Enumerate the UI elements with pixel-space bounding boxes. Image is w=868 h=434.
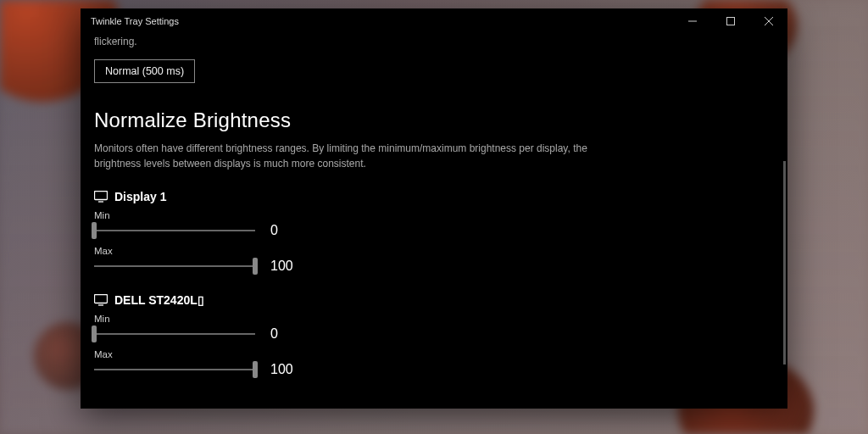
normalize-heading: Normalize Brightness [94,108,774,132]
close-button[interactable] [749,8,787,34]
monitor-icon [94,294,108,306]
svg-rect-4 [95,192,108,200]
scrollbar[interactable] [783,161,786,364]
maximize-button[interactable] [711,8,749,34]
window-title: Twinkle Tray Settings [91,16,673,26]
minimize-button[interactable] [673,8,711,34]
svg-rect-1 [726,18,734,25]
max-label: Max [94,246,774,256]
display-block: DELL ST2420L▯ Min 0 Max 100 [94,293,774,378]
max-label: Max [94,349,774,359]
monitor-icon [94,191,108,203]
svg-rect-6 [95,295,108,303]
settings-window: Twinkle Tray Settings flickering. Normal… [81,8,787,409]
min-slider[interactable] [94,222,255,239]
min-value: 0 [270,326,304,342]
titlebar[interactable]: Twinkle Tray Settings [81,8,787,34]
update-speed-value: Normal (500 ms) [105,65,184,77]
display-header: Display 1 [94,190,774,203]
display-header: DELL ST2420L▯ [94,293,774,307]
display-block: Display 1 Min 0 Max 100 [94,190,774,275]
max-slider[interactable] [94,258,255,275]
update-speed-select[interactable]: Normal (500 ms) [94,59,195,83]
min-value: 0 [270,223,304,238]
display-name: Display 1 [114,190,166,203]
content-area: flickering. Normal (500 ms) Normalize Br… [81,34,787,409]
min-label: Min [94,314,774,324]
min-slider[interactable] [94,326,255,342]
normalize-description: Monitors often have different brightness… [94,141,637,171]
display-name: DELL ST2420L▯ [114,293,204,307]
min-label: Min [94,210,774,220]
flicker-text: flickering. [94,36,774,47]
max-value: 100 [270,259,304,274]
max-value: 100 [270,362,304,377]
max-slider[interactable] [94,361,255,378]
